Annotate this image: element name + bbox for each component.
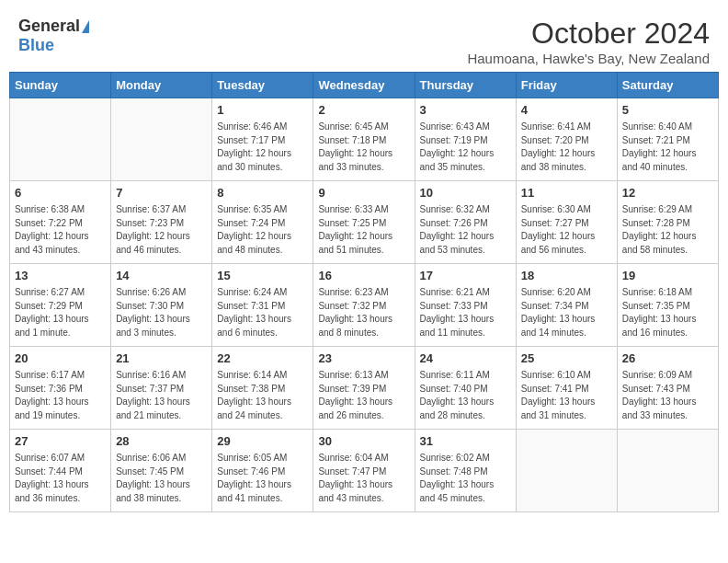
calendar-cell: 12Sunrise: 6:29 AM Sunset: 7:28 PM Dayli… — [617, 181, 718, 264]
month-title: October 2024 — [467, 17, 710, 51]
calendar-header-row: SundayMondayTuesdayWednesdayThursdayFrid… — [10, 73, 719, 98]
day-number: 13 — [15, 268, 106, 284]
calendar-cell: 2Sunrise: 6:45 AM Sunset: 7:18 PM Daylig… — [313, 98, 415, 181]
calendar-cell: 23Sunrise: 6:13 AM Sunset: 7:39 PM Dayli… — [313, 347, 415, 430]
day-number: 29 — [217, 433, 308, 450]
day-info: Sunrise: 6:23 AM Sunset: 7:32 PM Dayligh… — [318, 286, 409, 339]
calendar-cell: 6Sunrise: 6:38 AM Sunset: 7:22 PM Daylig… — [10, 181, 111, 264]
calendar-cell: 5Sunrise: 6:40 AM Sunset: 7:21 PM Daylig… — [617, 98, 718, 181]
calendar-cell: 4Sunrise: 6:41 AM Sunset: 7:20 PM Daylig… — [516, 98, 617, 181]
logo: General Blue — [18, 17, 89, 55]
day-info: Sunrise: 6:06 AM Sunset: 7:45 PM Dayligh… — [116, 452, 207, 505]
week-row-2: 6Sunrise: 6:38 AM Sunset: 7:22 PM Daylig… — [10, 181, 719, 264]
day-number: 27 — [15, 433, 106, 450]
weekday-header-saturday: Saturday — [617, 73, 718, 98]
calendar-cell: 29Sunrise: 6:05 AM Sunset: 7:46 PM Dayli… — [212, 430, 313, 512]
calendar-cell: 13Sunrise: 6:27 AM Sunset: 7:29 PM Dayli… — [10, 264, 111, 347]
day-number: 7 — [116, 185, 207, 201]
week-row-5: 27Sunrise: 6:07 AM Sunset: 7:44 PM Dayli… — [10, 430, 719, 512]
page-header: General Blue October 2024 Haumoana, Hawk… — [9, 9, 719, 72]
day-info: Sunrise: 6:18 AM Sunset: 7:35 PM Dayligh… — [622, 286, 713, 339]
day-info: Sunrise: 6:46 AM Sunset: 7:17 PM Dayligh… — [217, 121, 308, 174]
day-number: 14 — [116, 268, 207, 284]
day-info: Sunrise: 6:37 AM Sunset: 7:23 PM Dayligh… — [116, 203, 207, 257]
calendar-table: SundayMondayTuesdayWednesdayThursdayFrid… — [9, 72, 719, 512]
week-row-3: 13Sunrise: 6:27 AM Sunset: 7:29 PM Dayli… — [10, 264, 719, 347]
calendar-cell: 17Sunrise: 6:21 AM Sunset: 7:33 PM Dayli… — [415, 264, 516, 347]
weekday-header-friday: Friday — [516, 73, 617, 98]
day-number: 17 — [420, 268, 511, 284]
day-info: Sunrise: 6:02 AM Sunset: 7:48 PM Dayligh… — [420, 452, 511, 505]
day-info: Sunrise: 6:17 AM Sunset: 7:36 PM Dayligh… — [15, 369, 106, 422]
calendar-cell: 28Sunrise: 6:06 AM Sunset: 7:45 PM Dayli… — [111, 430, 212, 512]
calendar-cell: 18Sunrise: 6:20 AM Sunset: 7:34 PM Dayli… — [516, 264, 617, 347]
calendar-cell — [111, 98, 212, 181]
day-info: Sunrise: 6:27 AM Sunset: 7:29 PM Dayligh… — [15, 286, 106, 339]
day-number: 12 — [622, 185, 713, 201]
calendar-cell: 20Sunrise: 6:17 AM Sunset: 7:36 PM Dayli… — [10, 347, 111, 430]
calendar-cell: 10Sunrise: 6:32 AM Sunset: 7:26 PM Dayli… — [415, 181, 516, 264]
weekday-header-thursday: Thursday — [415, 73, 516, 98]
week-row-1: 1Sunrise: 6:46 AM Sunset: 7:17 PM Daylig… — [10, 98, 719, 181]
day-info: Sunrise: 6:20 AM Sunset: 7:34 PM Dayligh… — [521, 286, 612, 339]
day-number: 31 — [420, 433, 511, 450]
calendar-cell: 21Sunrise: 6:16 AM Sunset: 7:37 PM Dayli… — [111, 347, 212, 430]
calendar-cell: 11Sunrise: 6:30 AM Sunset: 7:27 PM Dayli… — [516, 181, 617, 264]
calendar-cell: 3Sunrise: 6:43 AM Sunset: 7:19 PM Daylig… — [415, 98, 516, 181]
day-number: 4 — [521, 102, 612, 119]
day-info: Sunrise: 6:13 AM Sunset: 7:39 PM Dayligh… — [318, 369, 409, 422]
logo-general-text: General — [18, 17, 80, 36]
day-number: 15 — [217, 268, 308, 284]
calendar-cell: 19Sunrise: 6:18 AM Sunset: 7:35 PM Dayli… — [617, 264, 718, 347]
day-number: 6 — [15, 185, 106, 201]
calendar-cell — [617, 430, 718, 512]
weekday-header-sunday: Sunday — [10, 73, 111, 98]
day-number: 22 — [217, 350, 308, 367]
day-info: Sunrise: 6:35 AM Sunset: 7:24 PM Dayligh… — [217, 203, 308, 257]
day-info: Sunrise: 6:11 AM Sunset: 7:40 PM Dayligh… — [420, 369, 511, 422]
day-number: 30 — [318, 433, 409, 450]
calendar-cell: 27Sunrise: 6:07 AM Sunset: 7:44 PM Dayli… — [10, 430, 111, 512]
logo-blue-text: Blue — [18, 36, 54, 55]
day-number: 5 — [622, 102, 713, 119]
day-info: Sunrise: 6:05 AM Sunset: 7:46 PM Dayligh… — [217, 452, 308, 505]
day-info: Sunrise: 6:24 AM Sunset: 7:31 PM Dayligh… — [217, 286, 308, 339]
calendar-cell: 25Sunrise: 6:10 AM Sunset: 7:41 PM Dayli… — [516, 347, 617, 430]
day-number: 20 — [15, 350, 106, 367]
day-number: 1 — [217, 102, 308, 119]
day-info: Sunrise: 6:21 AM Sunset: 7:33 PM Dayligh… — [420, 286, 511, 339]
calendar-cell: 1Sunrise: 6:46 AM Sunset: 7:17 PM Daylig… — [212, 98, 313, 181]
calendar-cell: 14Sunrise: 6:26 AM Sunset: 7:30 PM Dayli… — [111, 264, 212, 347]
location-title: Haumoana, Hawke's Bay, New Zealand — [467, 51, 710, 66]
week-row-4: 20Sunrise: 6:17 AM Sunset: 7:36 PM Dayli… — [10, 347, 719, 430]
calendar-cell: 9Sunrise: 6:33 AM Sunset: 7:25 PM Daylig… — [313, 181, 415, 264]
calendar-cell — [516, 430, 617, 512]
day-info: Sunrise: 6:32 AM Sunset: 7:26 PM Dayligh… — [420, 203, 511, 257]
day-number: 19 — [622, 268, 713, 284]
calendar-cell: 15Sunrise: 6:24 AM Sunset: 7:31 PM Dayli… — [212, 264, 313, 347]
title-section: October 2024 Haumoana, Hawke's Bay, New … — [467, 17, 710, 66]
day-number: 26 — [622, 350, 713, 367]
day-number: 2 — [318, 102, 409, 119]
day-number: 3 — [420, 102, 511, 119]
day-number: 10 — [420, 185, 511, 201]
day-number: 9 — [318, 185, 409, 201]
day-number: 25 — [521, 350, 612, 367]
day-info: Sunrise: 6:38 AM Sunset: 7:22 PM Dayligh… — [15, 203, 106, 257]
day-info: Sunrise: 6:43 AM Sunset: 7:19 PM Dayligh… — [420, 121, 511, 174]
day-info: Sunrise: 6:40 AM Sunset: 7:21 PM Dayligh… — [622, 121, 713, 174]
day-number: 23 — [318, 350, 409, 367]
calendar-cell: 24Sunrise: 6:11 AM Sunset: 7:40 PM Dayli… — [415, 347, 516, 430]
day-info: Sunrise: 6:29 AM Sunset: 7:28 PM Dayligh… — [622, 203, 713, 257]
day-number: 8 — [217, 185, 308, 201]
day-number: 11 — [521, 185, 612, 201]
day-info: Sunrise: 6:14 AM Sunset: 7:38 PM Dayligh… — [217, 369, 308, 422]
day-info: Sunrise: 6:41 AM Sunset: 7:20 PM Dayligh… — [521, 121, 612, 174]
day-info: Sunrise: 6:07 AM Sunset: 7:44 PM Dayligh… — [15, 452, 106, 505]
weekday-header-wednesday: Wednesday — [313, 73, 415, 98]
day-info: Sunrise: 6:45 AM Sunset: 7:18 PM Dayligh… — [318, 121, 409, 174]
day-info: Sunrise: 6:09 AM Sunset: 7:43 PM Dayligh… — [622, 369, 713, 422]
weekday-header-monday: Monday — [111, 73, 212, 98]
day-info: Sunrise: 6:10 AM Sunset: 7:41 PM Dayligh… — [521, 369, 612, 422]
day-info: Sunrise: 6:26 AM Sunset: 7:30 PM Dayligh… — [116, 286, 207, 339]
